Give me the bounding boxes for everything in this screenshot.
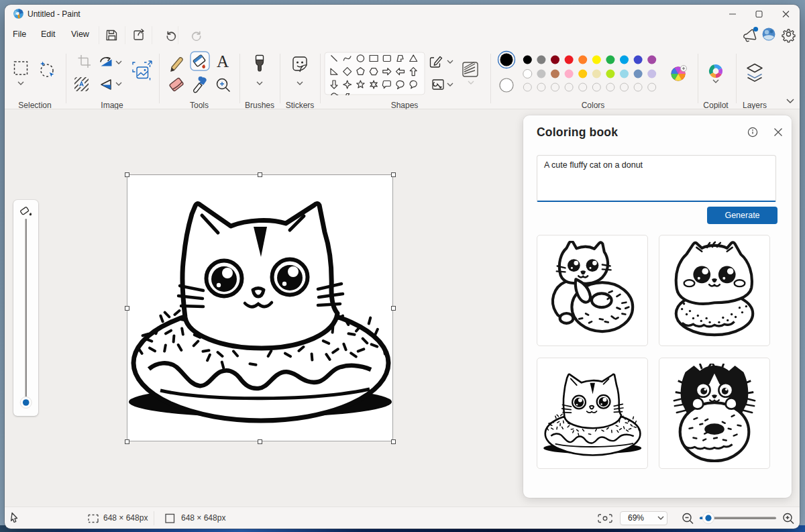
svg-text:A: A xyxy=(217,52,229,70)
